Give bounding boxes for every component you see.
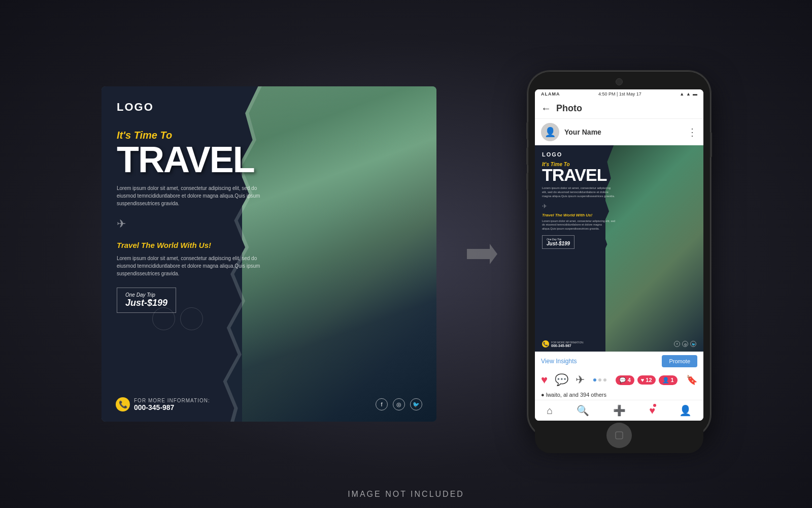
heart-count-badge: ♥ 12 (637, 375, 656, 385)
card-description: Lorem ipsum dolor sit amet, consectetur … (117, 184, 260, 207)
share-button[interactable]: ✈ (576, 373, 585, 387)
card-title: TRAVEL (117, 143, 260, 176)
avatar: 👤 (541, 123, 559, 141)
phone-side-button-left-3 (526, 173, 528, 190)
card-footer: 📞 FOR MORE INFORMATION: 000-345-987 f ◎ … (116, 397, 422, 411)
phone-icon: 📞 (116, 397, 130, 411)
trip-label: One Day Trip (125, 292, 167, 298)
photo-header-title: Photo (556, 103, 582, 114)
reactions-bar: ♥ 💬 ✈ 💬 4 (535, 370, 703, 390)
phone-home-button[interactable] (606, 423, 632, 448)
comment-badge-icon: 💬 (619, 377, 626, 384)
mini-facebook-icon[interactable]: f (674, 341, 680, 347)
twitter-icon[interactable]: 🐦 (410, 398, 422, 410)
instagram-icon[interactable]: ◎ (393, 398, 405, 410)
main-layout: LOGO It's Time To TRAVEL Lorem ipsum dol… (0, 51, 812, 457)
social-media-card: LOGO It's Time To TRAVEL Lorem ipsum dol… (101, 86, 436, 422)
card-subdescription: Lorem ipsum dolor sit amet, consectetur … (117, 255, 260, 277)
search-nav-button[interactable]: 🔍 (577, 404, 589, 417)
carousel-dots (593, 378, 606, 382)
phone-number: 000-345-987 (134, 403, 210, 411)
phone-price-box: One Day Trip Just-$199 (542, 235, 574, 249)
phone-post-footer: 📞 FOR MORE INFORMATION: 000-345-987 f ◎ … (542, 340, 696, 347)
status-bar: ALAMA 4:50 PM | 1st May 17 ▲ ▲ ▬ (535, 89, 703, 99)
view-insights-button[interactable]: View Insights (541, 358, 577, 365)
phone-post-card: LOGO It's Time To TRAVEL Lorem ipsum dol… (535, 145, 703, 352)
image-not-included-label: IMAGE NOT INCLUDED (348, 490, 464, 499)
phone-post-subheading: Travel The World With Us! (542, 213, 616, 217)
arrow-container (467, 244, 497, 264)
phone-camera (616, 78, 623, 85)
heart-reaction-button[interactable]: ♥ (541, 373, 548, 387)
phone-post-phone-info: 📞 FOR MORE INFORMATION: 000-345-987 (542, 340, 584, 347)
profile-row: 👤 Your Name ⋮ (535, 119, 703, 145)
status-carrier: ALAMA (541, 91, 560, 97)
user-badge-icon: 👤 (662, 377, 669, 384)
phone-post-description: Lorem ipsum dolor sit amet, consectetur … (542, 186, 616, 199)
notification-dot (653, 404, 656, 407)
facebook-icon[interactable]: f (376, 398, 388, 410)
dot-3 (603, 378, 606, 382)
home-nav-button[interactable]: ⌂ (547, 405, 553, 417)
promote-button[interactable]: Promote (662, 355, 697, 367)
profile-nav-button[interactable]: 👤 (679, 404, 692, 417)
bookmark-button[interactable]: 🔖 (686, 374, 697, 386)
reaction-icons: ♥ 💬 ✈ (541, 373, 585, 387)
mini-twitter-icon[interactable]: 🐦 (690, 341, 696, 347)
phone-info: 📞 FOR MORE INFORMATION: 000-345-987 (116, 397, 210, 411)
phone-post-subdescription: Lorem ipsum dolor sit amet, consectetur … (542, 219, 616, 231)
heart-nav-button[interactable]: ♥ (649, 405, 655, 417)
phone-shell: ALAMA 4:50 PM | 1st May 17 ▲ ▲ ▬ ← Photo (528, 71, 710, 437)
back-button[interactable]: ← (541, 103, 551, 114)
heart-count: 12 (646, 377, 652, 383)
profile-left: 👤 Your Name (541, 123, 601, 141)
profile-name: Your Name (564, 128, 601, 136)
dot-2 (598, 378, 601, 382)
phone-details: FOR MORE INFORMATION: 000-345-987 (134, 398, 210, 411)
likes-text: ● lwaito, al and 394 others (535, 390, 703, 400)
card-content-area: LOGO It's Time To TRAVEL Lorem ipsum dol… (101, 86, 276, 422)
battery-icon: ▬ (693, 91, 697, 97)
home-button-icon (614, 430, 624, 440)
card-logo: LOGO (117, 101, 260, 114)
user-count: 1 (671, 377, 674, 383)
post-actions-bar: View Insights Promote (535, 352, 703, 370)
phone-side-button-right (710, 132, 712, 157)
phone-side-button-left-1 (526, 122, 528, 140)
mini-instagram-icon[interactable]: ◎ (682, 341, 688, 347)
photo-header: ← Photo (535, 99, 703, 119)
phone-bottom-bar (535, 421, 703, 453)
bottom-navigation: ⌂ 🔍 ➕ ♥ 👤 (535, 400, 703, 421)
phone-mockup: ALAMA 4:50 PM | 1st May 17 ▲ ▲ ▬ ← Photo (528, 71, 710, 437)
comment-count-badge: 💬 4 (616, 375, 634, 385)
phone-label: FOR MORE INFORMATION: (134, 398, 210, 403)
signal-icon: ▲ (680, 91, 684, 97)
mini-phone-label: FOR MORE INFORMATION: (551, 341, 584, 344)
heart-badge-icon: ♥ (641, 377, 645, 383)
arrow-icon (467, 244, 497, 264)
card-price-box: One Day Trip Just-$199 (117, 288, 176, 313)
more-options-button[interactable]: ⋮ (687, 126, 697, 138)
social-icons[interactable]: f ◎ 🐦 (376, 398, 422, 410)
mini-phone-details: FOR MORE INFORMATION: 000-345-987 (551, 341, 584, 347)
price-value: Just-$199 (125, 298, 167, 308)
dot-1 (593, 378, 596, 382)
phone-screen: ALAMA 4:50 PM | 1st May 17 ▲ ▲ ▬ ← Photo (535, 89, 703, 421)
phone-side-button-left-2 (526, 147, 528, 165)
phone-price-value: Just-$199 (547, 241, 570, 246)
status-time: 4:50 PM | 1st May 17 (598, 91, 641, 97)
notification-badges: 💬 4 ♥ 12 👤 1 (616, 375, 678, 385)
add-nav-button[interactable]: ➕ (613, 404, 626, 417)
phone-post-title: TRAVEL (542, 167, 616, 183)
phone-post-content: LOGO It's Time To TRAVEL Lorem ipsum dol… (535, 145, 623, 352)
airplane-icon: ✈ (117, 217, 260, 231)
mini-phone-number: 000-345-987 (551, 344, 584, 347)
phone-airplane-icon: ✈ (542, 203, 616, 210)
wifi-icon: ▲ (686, 91, 691, 97)
card-subheading: Travel The World With Us! (117, 241, 260, 249)
user-count-badge: 👤 1 (659, 375, 678, 385)
comment-reaction-button[interactable]: 💬 (555, 373, 568, 387)
phone-post-social-icons: f ◎ 🐦 (674, 341, 696, 347)
status-icons: ▲ ▲ ▬ (680, 91, 697, 97)
phone-post-logo: LOGO (542, 151, 616, 157)
